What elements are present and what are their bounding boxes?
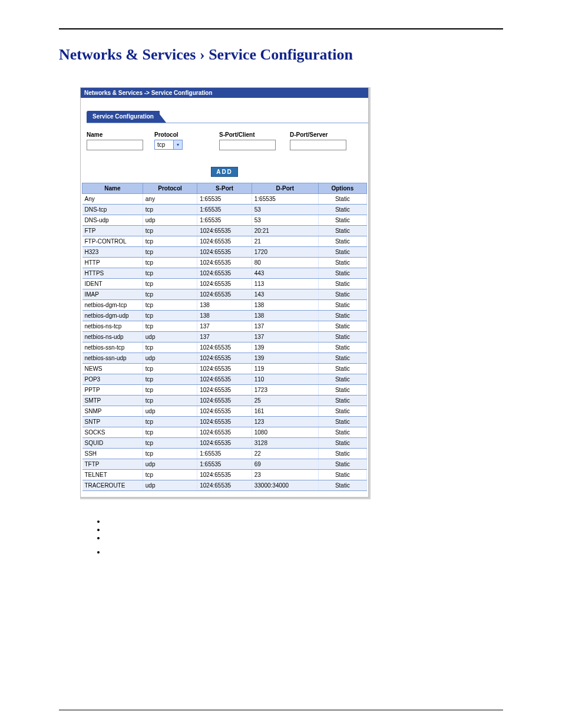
cell-protocol: tcp — [143, 342, 197, 353]
cell-name: netbios-dgm-udp — [82, 311, 143, 321]
cell-name: Any — [82, 194, 143, 205]
cell-sport: 1024:65535 — [197, 364, 252, 374]
cell-protocol: tcp — [143, 236, 197, 247]
table-row: SQUIDtcp1024:655353128Static — [82, 438, 367, 449]
name-label: Name — [87, 131, 154, 138]
cell-name: IMAP — [82, 289, 143, 300]
table-row: TELNETtcp1024:6553523Static — [82, 470, 367, 480]
sport-input[interactable] — [219, 140, 276, 150]
dport-input[interactable] — [290, 140, 346, 150]
cell-name: SQUID — [82, 438, 143, 449]
table-row: netbios-ssn-udpudp1024:65535139Static — [82, 353, 367, 364]
cell-sport: 1:65535 — [197, 459, 252, 470]
bullet-item — [106, 533, 503, 542]
table-row: SNMPudp1024:65535161Static — [82, 406, 367, 417]
cell-name: netbios-ssn-tcp — [82, 342, 143, 353]
th-options: Options — [318, 183, 366, 194]
cell-protocol: any — [143, 194, 197, 205]
table-row: H323tcp1024:655351720Static — [82, 247, 367, 258]
cell-options: Static — [318, 279, 366, 289]
cell-name: TELNET — [82, 470, 143, 480]
table-row: POP3tcp1024:65535110Static — [82, 374, 367, 385]
cell-sport: 1024:65535 — [197, 406, 252, 417]
table-row: DNS-tcptcp1:6553553Static — [82, 205, 367, 215]
cell-options: Static — [318, 311, 366, 321]
cell-options: Static — [318, 353, 366, 364]
table-row: HTTPStcp1024:65535443Static — [82, 268, 367, 279]
cell-protocol: tcp — [143, 396, 197, 406]
cell-protocol: tcp — [143, 300, 197, 311]
cell-sport: 1024:65535 — [197, 247, 252, 258]
cell-dport: 20:21 — [252, 226, 318, 236]
cell-options: Static — [318, 300, 366, 311]
table-row: SNTPtcp1024:65535123Static — [82, 417, 367, 427]
cell-options: Static — [318, 459, 366, 470]
cell-name: DNS-tcp — [82, 205, 143, 215]
table-row: TFTPudp1:6553569Static — [82, 459, 367, 470]
table-row: netbios-dgm-tcptcp138138Static — [82, 300, 367, 311]
cell-protocol: tcp — [143, 374, 197, 385]
table-row: netbios-ssn-tcptcp1024:65535139Static — [82, 342, 367, 353]
cell-protocol: tcp — [143, 289, 197, 300]
table-row: DNS-udpudp1:6553553Static — [82, 215, 367, 226]
cell-options: Static — [318, 417, 366, 427]
cell-sport: 1024:65535 — [197, 279, 252, 289]
protocol-label: Protocol — [154, 131, 219, 138]
dport-label: D-Port/Server — [290, 131, 361, 138]
cell-options: Static — [318, 205, 366, 215]
screenshot-block: Networks & Services -> Service Configura… — [80, 87, 371, 499]
cell-dport: 21 — [252, 236, 318, 247]
protocol-value: tcp — [157, 141, 165, 148]
cell-name: NEWS — [82, 364, 143, 374]
cell-dport: 113 — [252, 279, 318, 289]
cell-protocol: tcp — [143, 321, 197, 332]
cell-dport: 33000:34000 — [252, 480, 318, 491]
cell-dport: 110 — [252, 374, 318, 385]
cell-name: netbios-ns-tcp — [82, 321, 143, 332]
th-name: Name — [82, 183, 143, 194]
cell-dport: 53 — [252, 205, 318, 215]
cell-protocol: tcp — [143, 470, 197, 480]
cell-protocol: tcp — [143, 258, 197, 268]
table-row: netbios-dgm-udptcp138138Static — [82, 311, 367, 321]
cell-name: HTTP — [82, 258, 143, 268]
cell-protocol: tcp — [143, 449, 197, 459]
cell-sport: 1024:65535 — [197, 385, 252, 396]
bullet-list — [106, 517, 503, 556]
bullet-item — [106, 525, 503, 533]
cell-name: DNS-udp — [82, 215, 143, 226]
cell-options: Static — [318, 194, 366, 205]
cell-name: HTTPS — [82, 268, 143, 279]
th-sport: S-Port — [197, 183, 252, 194]
cell-name: SSH — [82, 449, 143, 459]
cell-sport: 1024:65535 — [197, 374, 252, 385]
cell-dport: 143 — [252, 289, 318, 300]
cell-dport: 3128 — [252, 438, 318, 449]
name-input[interactable] — [87, 140, 143, 150]
cell-options: Static — [318, 480, 366, 491]
cell-dport: 139 — [252, 342, 318, 353]
cell-sport: 1024:65535 — [197, 236, 252, 247]
cell-dport: 443 — [252, 268, 318, 279]
cell-protocol: tcp — [143, 417, 197, 427]
table-row: PPTPtcp1024:655351723Static — [82, 385, 367, 396]
table-row: SSHtcp1:6553522Static — [82, 449, 367, 459]
cell-sport: 1024:65535 — [197, 226, 252, 236]
protocol-select[interactable]: tcp ▾ — [154, 140, 183, 150]
tab-service-configuration[interactable]: Service Configuration — [87, 111, 160, 123]
cell-sport: 1:65535 — [197, 449, 252, 459]
cell-options: Static — [318, 406, 366, 417]
cell-sport: 1024:65535 — [197, 417, 252, 427]
cell-name: IDENT — [82, 279, 143, 289]
cell-dport: 161 — [252, 406, 318, 417]
cell-name: SOCKS — [82, 427, 143, 438]
service-form: Name Protocol tcp ▾ S-Port/Client D-Port… — [81, 123, 368, 150]
cell-sport: 1024:65535 — [197, 427, 252, 438]
cell-dport: 80 — [252, 258, 318, 268]
cell-name: PPTP — [82, 385, 143, 396]
cell-protocol: tcp — [143, 427, 197, 438]
cell-protocol: udp — [143, 459, 197, 470]
cell-name: FTP — [82, 226, 143, 236]
breadcrumb: Networks & Services -> Service Configura… — [81, 88, 368, 98]
add-button[interactable]: ADD — [211, 167, 238, 177]
